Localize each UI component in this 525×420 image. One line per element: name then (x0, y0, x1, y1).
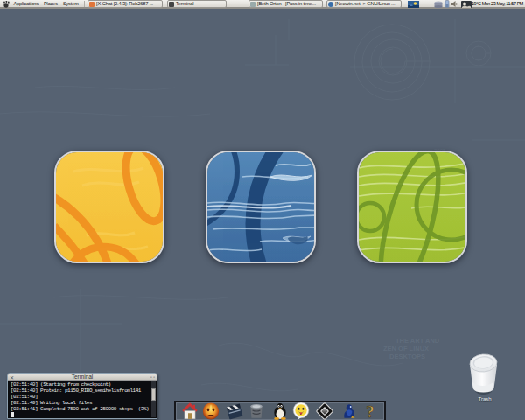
svg-text:DESKTOPS: DESKTOPS (389, 353, 425, 360)
svg-text:ZEN OF LINUX: ZEN OF LINUX (383, 345, 429, 353)
svg-text:?: ? (366, 402, 374, 420)
svg-text:THE ART AND: THE ART AND (396, 337, 440, 345)
